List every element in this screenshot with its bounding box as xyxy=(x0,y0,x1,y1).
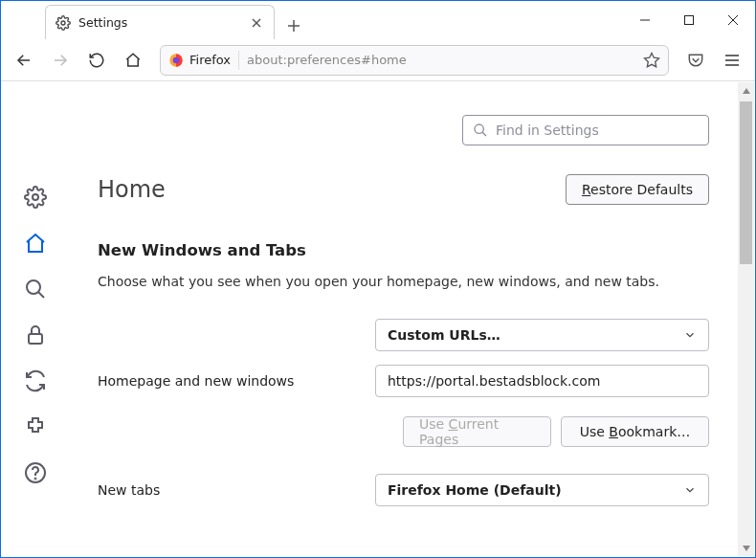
sidebar-privacy-icon[interactable] xyxy=(24,324,47,346)
sidebar-help-icon[interactable] xyxy=(24,461,47,484)
sidebar-general-icon[interactable] xyxy=(24,186,47,209)
separator xyxy=(238,51,239,70)
svg-point-17 xyxy=(33,194,38,200)
gear-icon xyxy=(56,15,71,31)
homepage-mode-select[interactable]: Custom URLs… xyxy=(375,319,709,351)
scroll-down-button[interactable] xyxy=(738,540,754,556)
svg-line-24 xyxy=(482,132,486,136)
sidebar-extensions-icon[interactable] xyxy=(24,415,47,438)
page-heading: Home xyxy=(98,176,166,203)
preferences-content: Find in Settings Home Restore Defaults N… xyxy=(2,82,738,556)
use-current-pages-button[interactable]: Use Current Pages xyxy=(403,416,551,447)
app-menu-button[interactable] xyxy=(717,45,747,76)
homepage-label: Homepage and new windows xyxy=(98,373,356,389)
save-to-pocket-button[interactable] xyxy=(680,45,711,76)
close-icon[interactable] xyxy=(249,15,264,31)
newtabs-mode-select[interactable]: Firefox Home (Default) xyxy=(375,474,709,506)
svg-marker-13 xyxy=(645,53,659,66)
select-value: Custom URLs… xyxy=(388,327,500,343)
select-value: Firefox Home (Default) xyxy=(388,482,562,498)
reload-button[interactable] xyxy=(81,45,112,76)
chevron-down-icon xyxy=(683,328,697,342)
vertical-scrollbar[interactable] xyxy=(738,82,754,556)
forward-button[interactable] xyxy=(45,45,76,76)
homepage-url-input[interactable] xyxy=(375,365,709,397)
tab-strip: Settings xyxy=(1,1,623,39)
section-description: Choose what you see when you open your h… xyxy=(98,273,709,292)
search-settings-input[interactable]: Find in Settings xyxy=(462,115,709,145)
sidebar-search-icon[interactable] xyxy=(24,278,47,301)
search-placeholder: Find in Settings xyxy=(496,123,599,138)
svg-marker-25 xyxy=(743,88,750,94)
restore-defaults-button[interactable]: Restore Defaults xyxy=(566,174,709,205)
nav-toolbar: Firefox about:preferences#home xyxy=(1,39,755,81)
site-identity[interactable]: Firefox xyxy=(168,53,231,68)
svg-line-19 xyxy=(38,292,44,298)
section-title: New Windows and Tabs xyxy=(98,241,709,259)
scroll-up-button[interactable] xyxy=(738,82,754,99)
sidebar-home-icon[interactable] xyxy=(24,232,47,255)
maximize-button[interactable] xyxy=(667,1,711,39)
svg-marker-26 xyxy=(743,546,750,551)
svg-rect-20 xyxy=(29,334,42,344)
close-window-button[interactable] xyxy=(711,1,755,39)
new-tab-button[interactable] xyxy=(280,12,307,39)
svg-point-0 xyxy=(61,21,65,25)
svg-rect-6 xyxy=(685,16,694,25)
minimize-button[interactable] xyxy=(623,1,667,39)
home-button[interactable] xyxy=(118,45,148,76)
svg-point-12 xyxy=(173,56,180,63)
firefox-logo-icon xyxy=(168,53,184,68)
scrollbar-thumb[interactable] xyxy=(740,101,752,264)
chevron-down-icon xyxy=(683,483,697,497)
bookmark-star-icon[interactable] xyxy=(643,52,660,69)
identity-label: Firefox xyxy=(189,53,231,67)
window-controls xyxy=(623,1,755,39)
main-panel: Find in Settings Home Restore Defaults N… xyxy=(69,82,738,556)
browser-tab[interactable]: Settings xyxy=(45,5,275,39)
url-text[interactable]: about:preferences#home xyxy=(247,53,635,67)
sidebar-sync-icon[interactable] xyxy=(24,369,47,392)
newtabs-label: New tabs xyxy=(98,482,356,498)
back-button[interactable] xyxy=(9,45,39,76)
tab-title: Settings xyxy=(78,15,241,30)
use-bookmark-button[interactable]: Use Bookmark… xyxy=(561,416,709,447)
svg-point-23 xyxy=(475,124,483,133)
svg-point-22 xyxy=(35,479,36,480)
titlebar: Settings xyxy=(1,1,755,39)
category-sidebar xyxy=(2,82,69,556)
svg-point-18 xyxy=(27,280,40,294)
url-bar[interactable]: Firefox about:preferences#home xyxy=(160,45,669,76)
